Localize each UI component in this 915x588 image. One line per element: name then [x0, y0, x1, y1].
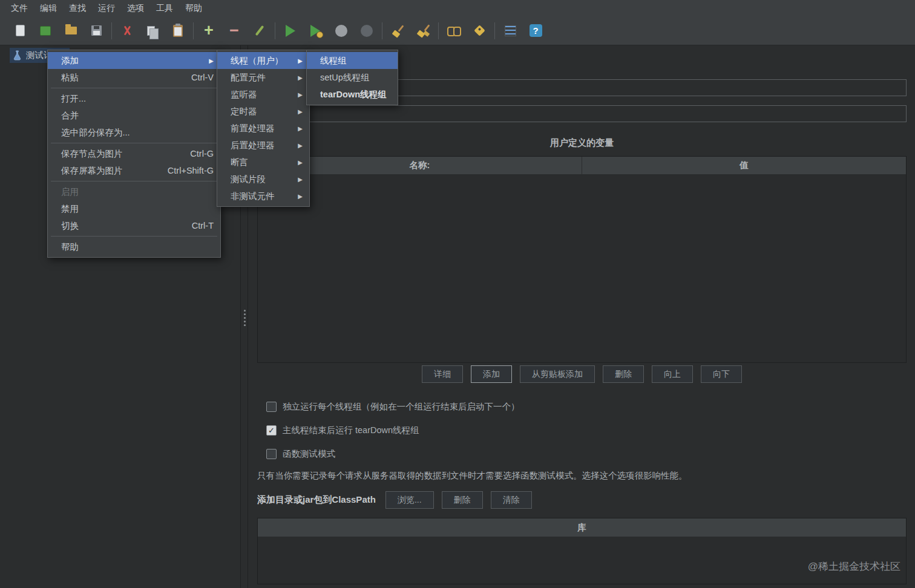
menu-item-test-fragment[interactable]: 测试片段 ▶ — [217, 171, 309, 188]
expand-all-icon[interactable] — [200, 22, 218, 40]
threads-submenu: 线程组 setUp线程组 tearDown线程组 — [306, 50, 398, 105]
menu-item-assertions[interactable]: 断言 ▶ — [217, 154, 309, 171]
stop-icon[interactable] — [332, 22, 350, 40]
menu-item-timer[interactable]: 定时器 ▶ — [217, 103, 309, 120]
submenu-arrow-icon: ▶ — [298, 176, 303, 183]
menu-separator — [51, 88, 217, 88]
menu-item-enable: 启用 — [48, 183, 220, 200]
submenu-arrow-icon: ▶ — [298, 142, 303, 149]
menu-item-toggle[interactable]: 切换 Ctrl-T — [48, 217, 220, 234]
menu-options[interactable]: 选项 — [121, 3, 150, 14]
shutdown-icon[interactable] — [358, 22, 376, 40]
new-file-icon[interactable] — [11, 22, 29, 40]
search-icon[interactable] — [445, 22, 463, 40]
detail-button[interactable]: 详细 — [422, 365, 463, 383]
reset-search-icon[interactable] — [470, 22, 488, 40]
clear-icon[interactable] — [389, 22, 407, 40]
classpath-row: 添加目录或jar包到ClassPath 浏览... 删除 清除 — [257, 491, 532, 509]
checkbox-label: 主线程结束后运行 tearDown线程组 — [283, 425, 419, 436]
functional-mode-note: 只有当你需要记录每个请求从服务器取得的数据到文件时才需要选择函数测试模式。选择这… — [257, 470, 907, 482]
menu-item-preprocessors[interactable]: 前置处理器 ▶ — [217, 120, 309, 137]
start-icon[interactable] — [281, 22, 300, 40]
classpath-clear-button[interactable]: 清除 — [491, 491, 532, 509]
variables-table: 名称: 值 — [257, 156, 907, 363]
menu-item-disable[interactable]: 禁用 — [48, 200, 220, 217]
checkbox-row-functional-mode: 函数测试模式 — [266, 447, 335, 460]
add-button[interactable]: 添加 — [471, 365, 512, 383]
menu-item-teardown-thread-group[interactable]: tearDown线程组 — [307, 86, 398, 103]
cut-icon[interactable] — [118, 22, 136, 40]
shortcut-label: Ctrl-G — [174, 149, 214, 158]
classpath-label: 添加目录或jar包到ClassPath — [257, 494, 376, 506]
collapse-all-icon[interactable] — [225, 22, 243, 40]
submenu-arrow-icon: ▶ — [298, 91, 303, 98]
paste-icon[interactable] — [169, 22, 187, 40]
add-from-clipboard-button[interactable]: 从剪贴板添加 — [520, 365, 595, 383]
menu-item-non-test-elements[interactable]: 非测试元件 ▶ — [217, 188, 309, 204]
submenu-arrow-icon: ▶ — [298, 159, 303, 166]
menu-item-listener[interactable]: 监听器 ▶ — [217, 86, 309, 103]
menu-item-save-screen-as-image[interactable]: 保存屏幕为图片 Ctrl+Shift-G — [48, 162, 220, 179]
menu-item-threads-users[interactable]: 线程（用户） ▶ — [217, 52, 309, 69]
menu-item-merge[interactable]: 合并 — [48, 107, 220, 124]
help-icon[interactable] — [526, 22, 545, 40]
shortcut-label: Ctrl-T — [176, 221, 214, 230]
comments-input[interactable] — [257, 105, 907, 122]
menu-separator — [51, 236, 217, 237]
submenu-arrow-icon: ▶ — [209, 57, 214, 64]
down-button[interactable]: 向下 — [701, 365, 742, 383]
submenu-arrow-icon: ▶ — [298, 108, 303, 115]
menu-file[interactable]: 文件 — [5, 3, 34, 14]
menu-run[interactable]: 运行 — [92, 3, 121, 14]
menu-edit[interactable]: 编辑 — [34, 3, 63, 14]
menu-item-add[interactable]: 添加 ▶ — [48, 52, 220, 69]
copy-icon[interactable] — [143, 22, 162, 40]
function-helper-icon[interactable] — [501, 22, 519, 40]
checkbox-label: 函数测试模式 — [283, 448, 335, 460]
menu-search[interactable]: 查找 — [63, 3, 92, 14]
functional-mode-checkbox[interactable] — [266, 449, 277, 459]
shortcut-label: Ctrl-V — [175, 73, 214, 82]
menu-separator — [51, 143, 217, 143]
toggle-icon[interactable] — [251, 22, 269, 40]
menu-help[interactable]: 帮助 — [179, 3, 208, 14]
add-submenu: 线程（用户） ▶ 配置元件 ▶ 监听器 ▶ 定时器 ▶ 前置处理器 ▶ 后置处理… — [217, 50, 310, 207]
submenu-arrow-icon: ▶ — [298, 125, 303, 132]
run-teardown-checkbox[interactable] — [266, 425, 277, 436]
variables-title: 用户定义的变量 — [257, 137, 907, 149]
open-file-icon[interactable] — [62, 22, 80, 40]
checkbox-row-serial-threadgroups: 独立运行每个线程组（例如在一个组运行结束后启动下一个） — [266, 400, 520, 413]
templates-icon[interactable] — [36, 22, 54, 40]
submenu-arrow-icon: ▶ — [298, 57, 303, 64]
menu-item-open[interactable]: 打开... — [48, 90, 220, 107]
menu-item-config-element[interactable]: 配置元件 ▶ — [217, 69, 309, 86]
delete-button[interactable]: 删除 — [603, 365, 644, 383]
clear-all-icon[interactable] — [414, 22, 432, 40]
menu-item-postprocessors[interactable]: 后置处理器 ▶ — [217, 137, 309, 154]
classpath-delete-button[interactable]: 删除 — [442, 491, 483, 509]
library-table: 库 — [257, 518, 907, 584]
menu-separator — [51, 181, 217, 181]
toolbar — [0, 16, 915, 45]
menu-item-save-selection-as[interactable]: 选中部分保存为... — [48, 124, 220, 141]
menu-item-setup-thread-group[interactable]: setUp线程组 — [307, 69, 398, 86]
watermark: @稀土掘金技术社区 — [808, 560, 900, 573]
serial-threadgroups-checkbox[interactable] — [266, 402, 277, 412]
up-button[interactable]: 向上 — [652, 365, 693, 383]
testplan-editor: 用户定义的变量 名称: 值 详细 添加 从剪贴板添加 删除 向上 向下 独立运行… — [248, 45, 915, 588]
column-header-value: 值 — [582, 157, 906, 174]
menu-item-paste[interactable]: 粘贴 Ctrl-V — [48, 69, 220, 86]
submenu-arrow-icon: ▶ — [298, 193, 303, 200]
menu-tools[interactable]: 工具 — [150, 3, 179, 14]
testplan-flask-icon — [13, 50, 22, 60]
menu-item-thread-group[interactable]: 线程组 — [307, 52, 398, 69]
browse-button[interactable]: 浏览... — [385, 491, 434, 509]
checkbox-label: 独立运行每个线程组（例如在一个组运行结束后启动下一个） — [283, 401, 520, 413]
start-no-pauses-icon[interactable] — [307, 22, 325, 40]
save-icon[interactable] — [87, 22, 105, 40]
submenu-arrow-icon: ▶ — [298, 74, 303, 81]
checkbox-row-run-teardown: 主线程结束后运行 tearDown线程组 — [266, 423, 419, 437]
menu-item-help[interactable]: 帮助 — [48, 238, 220, 255]
variables-button-row: 详细 添加 从剪贴板添加 删除 向上 向下 — [257, 365, 907, 383]
menu-item-save-node-as-image[interactable]: 保存节点为图片 Ctrl-G — [48, 145, 220, 162]
